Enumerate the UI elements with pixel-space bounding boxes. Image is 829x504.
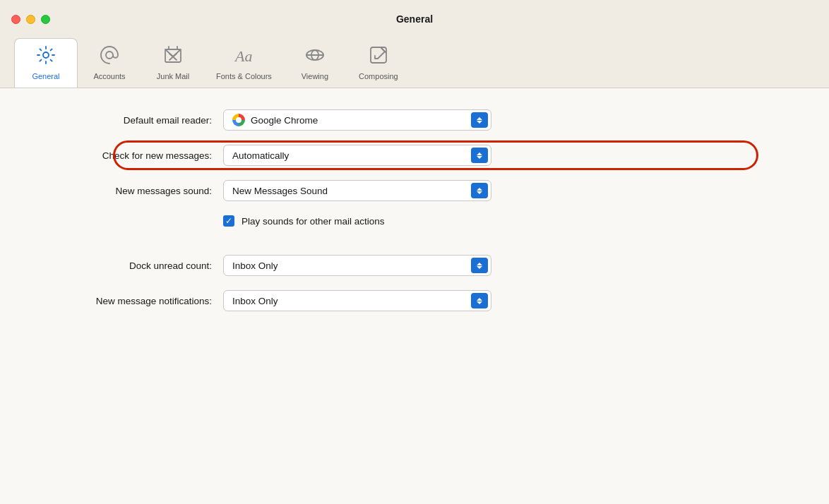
default-email-reader-dropdown[interactable]: Google Chrome: [223, 109, 491, 131]
dock-unread-count-control: Inbox Only: [223, 255, 801, 276]
new-messages-sound-arrow[interactable]: [471, 183, 488, 198]
new-message-notifications-control: Inbox Only: [223, 290, 801, 311]
svg-point-0: [43, 52, 49, 58]
viewing-icon: [304, 44, 326, 69]
arrow-down-icon: [477, 266, 482, 269]
new-message-notifications-arrow[interactable]: [471, 293, 488, 308]
dock-unread-count-arrow[interactable]: [471, 258, 488, 273]
separator: [28, 241, 801, 255]
dock-unread-count-row: Dock unread count: Inbox Only: [28, 255, 801, 276]
new-messages-sound-label: New messages sound:: [28, 186, 212, 196]
gear-icon: [35, 44, 56, 69]
default-email-reader-arrow[interactable]: [471, 112, 488, 128]
arrow-up-icon: [477, 117, 482, 120]
arrow-up-icon: [477, 188, 482, 191]
composing-icon: [368, 44, 389, 69]
tab-viewing[interactable]: Viewing: [283, 39, 347, 88]
zoom-button[interactable]: [41, 15, 50, 24]
tab-junk-mail-label: Junk Mail: [157, 72, 189, 80]
tab-fonts-colours[interactable]: Aa Fonts & Colours: [205, 39, 283, 88]
svg-text:Aa: Aa: [234, 47, 252, 65]
arrow-up-icon: [477, 263, 482, 265]
default-email-reader-label: Default email reader:: [28, 115, 212, 126]
default-email-reader-dropdown-text: Google Chrome: [232, 114, 471, 126]
check-new-messages-row: Check for new messages: Automatically: [28, 145, 801, 166]
play-sounds-checkbox[interactable]: ✓: [223, 215, 234, 227]
default-email-reader-control: Google Chrome: [223, 109, 801, 131]
arrow-down-icon: [477, 191, 482, 194]
tab-accounts[interactable]: Accounts: [78, 39, 141, 88]
chrome-icon: [232, 114, 245, 126]
toolbar: General Accounts Junk Mail: [0, 34, 829, 88]
play-sounds-row: ✓ Play sounds for other mail actions: [28, 215, 801, 227]
close-button[interactable]: [11, 15, 20, 24]
check-new-messages-control: Automatically: [223, 145, 801, 166]
tab-viewing-label: Viewing: [302, 72, 328, 80]
dock-unread-count-dropdown-text: Inbox Only: [232, 260, 471, 271]
check-new-messages-dropdown[interactable]: Automatically: [223, 145, 491, 166]
dock-unread-count-label: Dock unread count:: [28, 260, 212, 271]
check-new-messages-value: Automatically: [232, 150, 289, 161]
tab-fonts-colours-label: Fonts & Colours: [216, 72, 272, 80]
default-email-reader-row: Default email reader: Google Chrome: [28, 109, 801, 131]
tab-general[interactable]: General: [14, 38, 78, 88]
checkmark-icon: ✓: [225, 217, 232, 225]
new-message-notifications-value: Inbox Only: [232, 296, 278, 306]
new-message-notifications-dropdown[interactable]: Inbox Only: [223, 290, 491, 311]
check-new-messages-arrow[interactable]: [471, 148, 488, 163]
play-sounds-label: Play sounds for other mail actions: [241, 216, 385, 227]
main-content: Default email reader: Google Chrome Chec…: [0, 88, 829, 504]
default-email-reader-value: Google Chrome: [251, 115, 318, 126]
svg-point-1: [106, 52, 113, 59]
tab-composing[interactable]: Composing: [347, 39, 410, 88]
arrow-down-icon: [477, 121, 482, 124]
new-messages-sound-control: New Messages Sound: [223, 180, 801, 201]
new-messages-sound-value: New Messages Sound: [232, 186, 328, 196]
at-icon: [99, 44, 120, 69]
window-controls: [11, 15, 50, 24]
new-messages-sound-dropdown[interactable]: New Messages Sound: [223, 180, 491, 201]
minimize-button[interactable]: [26, 15, 35, 24]
check-new-messages-dropdown-text: Automatically: [232, 150, 471, 161]
dock-unread-count-dropdown[interactable]: Inbox Only: [223, 255, 491, 276]
tab-accounts-label: Accounts: [93, 72, 125, 80]
tab-junk-mail[interactable]: Junk Mail: [141, 39, 205, 88]
check-new-messages-label: Check for new messages:: [28, 150, 212, 161]
new-message-notifications-dropdown-text: Inbox Only: [232, 296, 471, 306]
title-bar: General: [0, 0, 829, 34]
tab-composing-label: Composing: [359, 72, 398, 80]
arrow-up-icon: [477, 152, 482, 155]
new-message-notifications-label: New message notifications:: [28, 296, 212, 306]
arrow-down-icon: [477, 301, 482, 304]
dock-unread-count-value: Inbox Only: [232, 260, 278, 271]
tab-general-label: General: [32, 72, 59, 80]
svg-rect-11: [371, 47, 386, 63]
new-messages-sound-row: New messages sound: New Messages Sound: [28, 180, 801, 201]
arrow-down-icon: [477, 156, 482, 159]
junk-icon: [162, 44, 184, 69]
new-message-notifications-row: New message notifications: Inbox Only: [28, 290, 801, 311]
fonts-icon: Aa: [233, 44, 254, 69]
arrow-up-icon: [477, 298, 482, 301]
new-messages-sound-dropdown-text: New Messages Sound: [232, 186, 471, 196]
window-title: General: [396, 13, 433, 25]
